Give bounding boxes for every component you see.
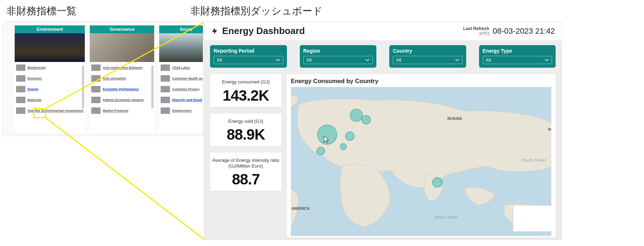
item-child-labor[interactable]: Child Labor	[160, 63, 203, 72]
dashboard-title: Energy Dashboard	[211, 25, 305, 37]
filter-label: Region	[303, 48, 373, 54]
filter-country: Country All	[389, 45, 466, 68]
catalogue-col-governance: Governance Anti-competitive Behavior Ant…	[90, 25, 154, 132]
energy-dashboard: Energy Dashboard Last Refresh (UTC) 08-0…	[204, 21, 562, 240]
thumb-icon	[16, 97, 25, 103]
filter-select-reporting-period[interactable]: All	[214, 56, 283, 64]
kpi-energy-sold[interactable]: Energy sold (GJ) 88.9K	[210, 114, 282, 146]
item-label: Child Labor	[172, 66, 190, 69]
item-customer-privacy[interactable]: Customer Privacy	[160, 85, 203, 93]
item-anticompetitive[interactable]: Anti-competitive Behavior	[91, 63, 153, 72]
item-label: Supplier Environmental Assessment	[28, 109, 83, 112]
label-russia: RUSSIA	[447, 116, 462, 121]
chevron-down-icon	[545, 58, 549, 62]
kpi-value: 88.9K	[212, 126, 279, 143]
filter-select-country[interactable]: All	[393, 56, 463, 64]
chevron-down-icon	[365, 58, 370, 62]
filter-label: Reporting Period	[214, 48, 283, 54]
thumb-icon	[16, 75, 25, 82]
thumb-icon	[91, 97, 101, 103]
col-list-environment: Biodiversity Emission Energy Materials S…	[15, 62, 85, 132]
svg-line-1	[46, 118, 204, 239]
item-diversity[interactable]: Diversity and Equal	[160, 96, 203, 104]
col-header-social: Social	[159, 25, 203, 33]
thumb-icon	[91, 107, 101, 114]
world-map[interactable]: RUSSIA NORTH AMERICA SOUTH AMERICA AUSTR…	[291, 87, 551, 236]
col-header-environment: Environment	[15, 25, 85, 33]
item-label: Customer Health an	[172, 77, 203, 80]
filter-energy-type: Energy Type All	[479, 45, 556, 68]
thumb-icon	[16, 86, 25, 92]
bubble-iberia[interactable]	[317, 147, 325, 155]
thumb-icon	[16, 107, 25, 114]
indicator-catalogue: Environment Biodiversity Emission Energy…	[3, 21, 203, 136]
kpi-value: 88.7	[212, 171, 279, 188]
map-legend-box	[513, 205, 551, 231]
col-list-governance: Anti-competitive Behavior Anti-corruptio…	[90, 62, 154, 132]
last-refresh-label: Last Refresh (UTC)	[463, 26, 489, 35]
item-customer-health[interactable]: Customer Health an	[160, 74, 203, 83]
kpi-energy-consumed[interactable]: Energy consumed (GJ) 143.2K	[210, 74, 282, 107]
scrollbar[interactable]	[151, 66, 153, 108]
label-pacific-ocean: Pacific Ocean	[522, 158, 546, 162]
kpi-energy-intensity[interactable]: Average of Energy intensity ratio (GJ/Mi…	[210, 153, 282, 191]
scrollbar[interactable]	[82, 66, 84, 108]
label-indian-ocean: Indian Ocean	[434, 215, 458, 219]
bubble-south-eu[interactable]	[340, 144, 346, 150]
item-label: Market Presence	[103, 109, 128, 112]
item-market-presence[interactable]: Market Presence	[91, 106, 153, 115]
bubble-scand-small[interactable]	[362, 115, 370, 124]
item-label: Economic Performance	[103, 87, 139, 91]
item-label: Anti-competitive Behavior	[103, 66, 143, 69]
filter-value: All	[396, 57, 401, 63]
label-south-america: SOUTH AMERICA	[291, 206, 310, 211]
filter-select-region[interactable]: All	[303, 56, 373, 64]
bubble-scandinavia[interactable]	[350, 109, 362, 121]
item-anticorruption[interactable]: Anti-corruption	[91, 74, 153, 83]
bolt-icon	[211, 26, 219, 36]
thumb-icon	[16, 64, 25, 71]
thumb-icon	[161, 86, 170, 92]
label-north-america: NORTH AMERICA	[548, 127, 551, 131]
kpi-title: Energy sold (GJ)	[212, 119, 279, 124]
item-label: Biodiversity	[28, 66, 46, 69]
col-header-governance: Governance	[90, 25, 154, 33]
filter-row: Reporting Period All Region All Country …	[204, 40, 561, 74]
item-energy[interactable]: Energy	[15, 85, 84, 93]
kpi-value: 143.2K	[212, 87, 279, 104]
item-indirect-econ[interactable]: Indirect Economic Impacts	[91, 96, 153, 104]
map-card: Energy Consumed by Country	[287, 74, 556, 237]
col-list-social: Child Labor Customer Health an Customer …	[159, 62, 203, 132]
dashboard-body: Energy consumed (GJ) 143.2K Energy sold …	[204, 74, 561, 240]
bubble-india[interactable]	[433, 178, 442, 187]
filter-region: Region All	[300, 45, 377, 68]
filter-value: All	[486, 57, 491, 63]
kpi-title: Energy consumed (GJ)	[212, 79, 279, 85]
item-label: Energy	[28, 87, 39, 91]
item-label: Materials	[28, 98, 42, 102]
item-employment[interactable]: Employment	[160, 106, 203, 115]
thumb-icon	[161, 64, 170, 71]
map-title: Energy Consumed by Country	[291, 78, 551, 85]
filter-reporting-period: Reporting Period All	[210, 45, 287, 68]
catalogue-col-social: Social Child Labor Customer Health an Cu…	[159, 25, 203, 132]
filter-select-energy-type[interactable]: All	[483, 56, 552, 64]
col-image-governance	[90, 33, 154, 62]
kpi-title: Average of Energy intensity ratio (GJ/Mi…	[212, 158, 279, 169]
item-label: Customer Privacy	[172, 87, 200, 91]
catalogue-col-environment: Environment Biodiversity Emission Energy…	[15, 25, 85, 132]
col-image-environment	[15, 33, 85, 62]
chevron-down-icon	[276, 58, 280, 62]
last-refresh-value: 08-03-2023 21:42	[493, 26, 555, 36]
item-label: Employment	[172, 109, 191, 112]
item-label: Diversity and Equal	[172, 98, 202, 102]
chevron-down-icon	[455, 58, 459, 62]
item-biodiversity[interactable]: Biodiversity	[15, 63, 84, 72]
item-emission[interactable]: Emission	[15, 74, 84, 83]
thumb-icon	[91, 75, 101, 82]
bubble-central-eu[interactable]	[346, 132, 354, 140]
item-materials[interactable]: Materials	[15, 96, 84, 104]
item-economic-performance[interactable]: Economic Performance	[91, 85, 153, 93]
dashboard-title-text: Energy Dashboard	[222, 25, 305, 37]
item-supplier-env[interactable]: Supplier Environmental Assessment	[15, 106, 84, 115]
